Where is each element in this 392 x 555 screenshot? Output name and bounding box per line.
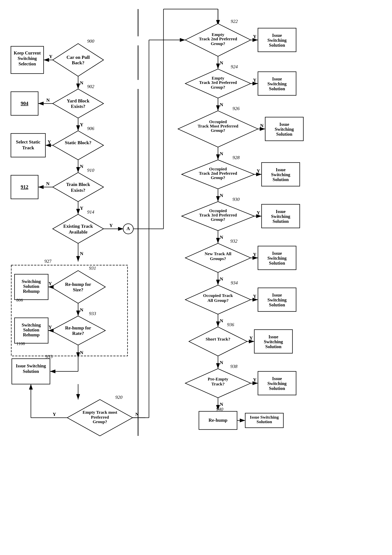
svg-text:Track?: Track? <box>211 381 225 386</box>
y-label-934: Y <box>253 294 257 299</box>
num-900: 900 <box>87 38 94 44</box>
svg-text:Switching: Switching <box>267 256 287 261</box>
bg-divider-hide1 <box>137 36 139 45</box>
n-label-906: N <box>80 164 83 169</box>
label-issue-922a: Issue <box>272 33 282 38</box>
label-906: Static Block? <box>65 140 92 145</box>
svg-text:Solution: Solution <box>273 219 289 224</box>
svg-text:Preferred: Preferred <box>91 415 109 420</box>
num-928: 928 <box>232 155 240 160</box>
num-932: 932 <box>230 238 237 244</box>
n-label-926: N <box>220 151 223 156</box>
svg-text:Rehump: Rehump <box>23 332 40 337</box>
label-926a: Occupied <box>209 119 227 124</box>
n-label-902: N <box>46 97 50 103</box>
svg-text:Solution: Solution <box>23 369 39 374</box>
svg-text:Solution: Solution <box>269 302 285 307</box>
y-label-930: Y <box>257 210 260 215</box>
y-label-920: Y <box>53 412 56 417</box>
n-label-922: N <box>220 60 223 66</box>
label-904: 904 <box>21 100 28 106</box>
label-900: Car on Pull <box>67 55 90 60</box>
svg-text:Switching: Switching <box>267 81 287 86</box>
svg-text:Group?: Group? <box>211 175 225 180</box>
y-label-902: Y <box>80 122 83 127</box>
n-label-931: N <box>80 307 83 313</box>
y-label-936: Y <box>249 336 253 341</box>
num-914: 914 <box>87 209 94 215</box>
y-label-924: Y <box>253 78 257 83</box>
num-926: 926 <box>232 106 240 111</box>
svg-text:Solution: Solution <box>269 261 285 265</box>
num-938: 938 <box>230 364 237 369</box>
svg-text:Solution: Solution <box>23 328 39 332</box>
num-927: 927 <box>44 259 52 264</box>
num-1108: 1108 <box>16 341 25 346</box>
label-930a: Occupied <box>209 208 227 213</box>
label-928a: Occupied <box>209 167 227 171</box>
n-label-933: N <box>80 350 83 355</box>
label-910: Train Block <box>66 182 90 187</box>
diamond-936 <box>189 327 247 356</box>
diamond-914 <box>53 214 104 243</box>
num-940: 940 <box>216 407 223 412</box>
svg-text:Switching: Switching <box>271 214 290 219</box>
label-914: Existing Track <box>63 224 93 229</box>
num-935: 935 <box>45 354 52 359</box>
label-issue-930a: Issue <box>276 209 286 214</box>
label-806a: Switching <box>22 279 41 284</box>
y-label-928: Y <box>257 168 260 174</box>
y-label-914: Y <box>109 223 113 228</box>
svg-text:Selection: Selection <box>19 61 36 66</box>
label-issue-928a: Issue <box>276 167 286 172</box>
n-label-936: N <box>220 360 223 365</box>
label-select-static: Select Static <box>16 139 40 145</box>
label-issue-940a: Issue Switching <box>250 415 279 420</box>
svg-text:Solution: Solution <box>276 132 292 137</box>
label-922a: Empty <box>212 32 224 37</box>
label-issue-934a: Issue <box>272 292 282 298</box>
svg-text:Group?: Group? <box>211 128 225 133</box>
label-1108a: Switching <box>22 322 41 328</box>
num-902: 902 <box>87 84 94 89</box>
diamond-910 <box>53 173 104 202</box>
y-label-938: Y <box>253 377 257 382</box>
num-924: 924 <box>231 64 238 69</box>
svg-text:Switching: Switching <box>264 339 283 344</box>
y-label-906: Y <box>48 139 51 145</box>
label-931: Re-hump for <box>65 282 91 287</box>
label-938a: Pre-Empty <box>208 377 228 381</box>
svg-text:Solution: Solution <box>269 386 285 391</box>
flowchart: Car on Pull Back? 900 Keep Current Switc… <box>0 0 392 555</box>
label-912: 912 <box>21 184 28 190</box>
svg-text:Group?: Group? <box>211 41 225 46</box>
label-keep-current: Keep Current <box>14 51 41 55</box>
label-924a: Empty <box>212 76 224 80</box>
y-label-933: Y <box>49 325 52 330</box>
label-933: Re-hump for <box>65 325 91 330</box>
bg-divider-hide2 <box>137 80 139 89</box>
svg-text:Switching: Switching <box>275 127 294 132</box>
svg-text:Switching: Switching <box>267 298 287 302</box>
n-label-910: N <box>46 181 50 186</box>
svg-text:Exists?: Exists? <box>71 104 85 109</box>
svg-text:All Group?: All Group? <box>207 298 229 303</box>
y-label-931: Y <box>49 281 52 286</box>
svg-text:Switching: Switching <box>18 56 37 61</box>
num-934: 934 <box>231 280 238 285</box>
n-label-914: N <box>80 251 83 256</box>
svg-text:Solution: Solution <box>269 43 285 48</box>
svg-text:Exists?: Exists? <box>71 188 85 193</box>
svg-text:Solution: Solution <box>269 86 285 91</box>
label-940: Re-hump <box>208 417 227 423</box>
svg-text:Track Most Preferred: Track Most Preferred <box>198 124 238 128</box>
svg-text:Size?: Size? <box>73 287 83 292</box>
num-910: 910 <box>87 168 94 173</box>
label-issue-938a: Issue <box>272 376 282 381</box>
label-issue-932a: Issue <box>272 251 282 256</box>
num-806: 806 <box>16 298 23 302</box>
label-902: Yard Block <box>67 98 90 103</box>
num-936: 936 <box>227 322 234 327</box>
svg-text:Track 2nd Preferred: Track 2nd Preferred <box>199 37 237 41</box>
label-935-issue-a: Issue Switching <box>16 363 46 368</box>
